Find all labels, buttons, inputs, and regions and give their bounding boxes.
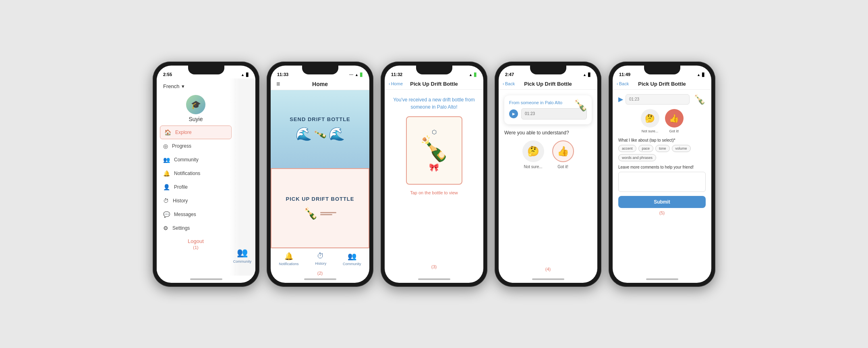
phone4-title: Pick Up Drift Bottle — [524, 81, 572, 87]
explore-label: Explore — [175, 130, 192, 135]
got-it-circle-5: 👍 — [665, 109, 684, 128]
wifi-icon-2: ▲ — [355, 73, 358, 77]
phone1-content: French ▾ 🎓 Suyie 🏠 Explore ◎ Progress � — [157, 78, 255, 276]
reaction-got-it[interactable]: 👍 Got it! — [552, 140, 574, 169]
tab-community[interactable]: 👥 Community — [343, 252, 361, 266]
phone5-header: ‹ Back Pick Up Drift Bottle — [613, 78, 711, 90]
step-4: (4) — [504, 267, 592, 272]
reaction-row-5: 🤔 Not sure... 👍 Got it! — [618, 109, 706, 133]
wifi-icon-3: ▲ — [469, 73, 472, 77]
community-tab-icon: 👥 — [348, 252, 356, 261]
notch-1 — [188, 66, 224, 74]
reaction-not-sure-5[interactable]: 🤔 Not sure... — [641, 109, 659, 133]
notch-3 — [416, 66, 452, 74]
play-button[interactable]: ▶ — [509, 109, 518, 118]
reaction-not-sure[interactable]: 🤔 Not sure... — [522, 140, 544, 169]
comments-box[interactable] — [618, 172, 706, 192]
send-title: SEND DRIFT BOTTLE — [290, 116, 350, 122]
home-indicator-4 — [532, 278, 564, 280]
community-partial-icon: 👥 — [237, 247, 248, 258]
time-1: 2:55 — [163, 72, 172, 77]
bottom-bar-1 — [157, 276, 255, 283]
signal-icon-2: ···· — [349, 73, 353, 77]
home-icon: 🏠 — [164, 129, 171, 136]
community-label: Community — [174, 157, 199, 163]
tag-tone[interactable]: tone — [655, 145, 670, 152]
battery-icon-2: ▊ — [360, 73, 363, 77]
messages-label: Messages — [174, 212, 196, 217]
bottle-card-icon: 🍾 — [574, 99, 588, 112]
comments-label: Leave more comments to help your friend! — [618, 165, 706, 170]
sidebar-item-messages[interactable]: 💬 Messages — [157, 208, 235, 221]
sidebar-item-explore[interactable]: 🏠 Explore — [160, 126, 232, 139]
got-it-circle: 👍 — [552, 140, 574, 162]
logout-button[interactable]: Logout — [157, 238, 235, 244]
back-button-4[interactable]: ‹ Back — [503, 81, 515, 86]
phone3-title: Pick Up Drift Bottle — [410, 81, 458, 87]
menu-icon[interactable]: ≡ — [276, 80, 280, 88]
sidebar-item-profile[interactable]: 👤 Profile — [157, 180, 235, 194]
step-3: (3) — [431, 264, 437, 269]
sidebar-item-progress[interactable]: ◎ Progress — [157, 139, 235, 153]
username: Suyie — [157, 116, 235, 122]
bottom-bar-3 — [385, 276, 483, 283]
language-selector[interactable]: French ▾ — [157, 83, 235, 93]
tab-notifications[interactable]: 🔔 Notifications — [279, 252, 298, 266]
profile-icon: 👤 — [163, 184, 170, 190]
tab-history-label: History — [315, 262, 326, 266]
sidebar-item-settings[interactable]: ⚙ Settings — [157, 221, 235, 235]
sidebar-item-notifications[interactable]: 🔔 Notifications — [157, 167, 235, 180]
audio-time-5: 01:23 — [629, 97, 639, 101]
not-sure-label-5: Not sure... — [642, 129, 659, 133]
home-title: Home — [312, 81, 328, 87]
tag-volume[interactable]: volume — [672, 145, 691, 152]
bottom-bar-4 — [499, 276, 597, 283]
time-5: 11:49 — [619, 72, 630, 77]
wifi-icon-5: ▲ — [697, 73, 700, 77]
sidebar-item-history[interactable]: ⏱ History — [157, 194, 235, 208]
phone-4: 2:47 ▲ ▊ ‹ Back Pick Up Drift Bottle Fro… — [495, 62, 601, 287]
history-label: History — [173, 198, 188, 204]
tag-pace[interactable]: pace — [638, 145, 654, 152]
time-2: 11:33 — [277, 72, 288, 77]
sidebar-item-community[interactable]: 👥 Community — [157, 153, 235, 167]
step-2: (2) — [271, 271, 369, 276]
phone2-header: ≡ Home — [271, 78, 369, 90]
phone-2: 11:33 ···· ▲ ▊ ≡ Home SEND DRIFT BOTTLE … — [267, 62, 373, 287]
audio-bar-wide: 01:23 — [626, 94, 690, 105]
reaction-got-it-5[interactable]: 👍 Got it! — [665, 109, 684, 133]
history-tab-icon: ⏱ — [317, 252, 324, 260]
sidebar: French ▾ 🎓 Suyie 🏠 Explore ◎ Progress � — [157, 78, 235, 276]
pick-drift-bottle-card[interactable]: PICK UP DRIFT BOTTLE 🍾 — [271, 168, 369, 248]
notch-4 — [530, 66, 566, 74]
not-sure-circle: 🤔 — [522, 140, 544, 162]
phone-5: 11:49 ▲ ▊ ‹ Back Pick Up Drift Bottle ▶ … — [609, 62, 715, 287]
back-label-5: Back — [619, 81, 629, 86]
home-back-button[interactable]: ‹ Home — [389, 81, 403, 86]
bell-icon: 🔔 — [163, 170, 170, 177]
play-triangle-icon[interactable]: ▶ — [618, 95, 623, 103]
phones-container: 2:55 ▲ ▊ French ▾ 🎓 Suyie 🏠 Explore — [153, 62, 715, 287]
not-sure-label: Not sure... — [524, 165, 542, 169]
time-3: 11:32 — [391, 72, 402, 77]
history-icon: ⏱ — [163, 198, 169, 204]
phone5-content: ▶ 01:23 🍾 🤔 Not sure... 👍 Got it! — [613, 90, 711, 276]
logout-label: Logout — [188, 238, 204, 244]
phone3-content: You've received a new drift bottle from … — [385, 90, 483, 276]
tab-history[interactable]: ⏱ History — [315, 252, 326, 266]
wifi-icon-1: ▲ — [241, 73, 244, 77]
send-drift-bottle-card[interactable]: SEND DRIFT BOTTLE 🌊 🍾 🌊 — [271, 90, 369, 169]
tab-community-label: Community — [343, 262, 361, 266]
tag-container: accent pace tone volume words and phrase… — [618, 145, 706, 161]
tag-words[interactable]: words and phrases — [618, 154, 656, 161]
settings-label: Settings — [172, 225, 190, 231]
got-it-label: Got it! — [557, 165, 568, 169]
notifications-label: Notifications — [174, 171, 200, 176]
community-icon: 👥 — [163, 156, 170, 163]
battery-icon-4: ▊ — [588, 73, 591, 77]
submit-button[interactable]: Submit — [618, 196, 706, 208]
tag-accent[interactable]: accent — [618, 145, 636, 152]
back-button-5[interactable]: ‹ Back — [617, 81, 629, 86]
bottle-container[interactable]: ⬡ 🍾 🎀 — [406, 116, 462, 185]
phone-3: 11:32 ▲ ▊ ‹ Home Pick Up Drift Bottle Yo… — [381, 62, 487, 287]
